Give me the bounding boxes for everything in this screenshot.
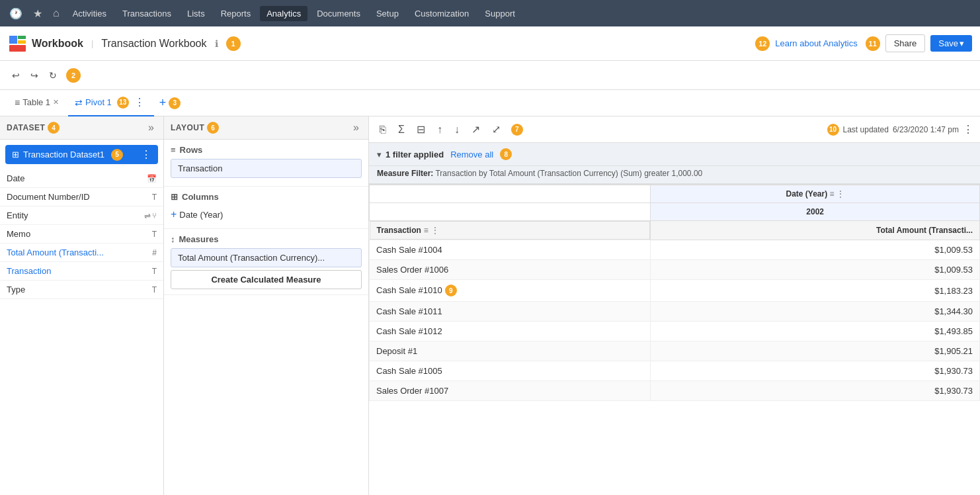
dataset-badge-5: 5 <box>111 149 123 161</box>
history-icon-btn[interactable]: 🕐 <box>5 5 26 22</box>
data-tool-filter[interactable]: ⊟ <box>413 120 429 138</box>
tab-badge-13: 13 <box>117 97 129 109</box>
learn-analytics-link[interactable]: Learn about Analytics <box>775 38 857 48</box>
transaction-cell: Cash Sale #10109 <box>370 280 651 302</box>
field-type[interactable]: Type T <box>0 281 163 299</box>
add-tab-button[interactable]: + 3 <box>157 93 184 112</box>
add-badge-3: 3 <box>169 97 181 109</box>
share-button[interactable]: Share <box>885 34 926 52</box>
field-type-name: Type <box>7 285 147 294</box>
tab-pivot1-label: Pivot 1 <box>85 97 112 107</box>
field-date[interactable]: Date 📅 <box>0 169 163 188</box>
nav-support[interactable]: Support <box>478 6 522 21</box>
measure-filter-label: Measure Filter: <box>377 169 433 178</box>
header-badge-1: 1 <box>226 36 241 51</box>
field-document-number[interactable]: Document Number/ID T <box>0 188 163 206</box>
field-document-number-type-icon: T <box>152 193 157 202</box>
column-add-icon: + <box>171 208 177 220</box>
nav-lists[interactable]: Lists <box>181 6 212 21</box>
pivot-icon: ⇄ <box>75 97 83 108</box>
dataset-label: DATASET <box>7 123 45 132</box>
save-button[interactable]: Save ▾ <box>930 35 972 52</box>
last-updated-label: Last updated <box>843 125 889 134</box>
field-total-amount[interactable]: Total Amount (Transacti... # <box>0 244 163 262</box>
field-entity[interactable]: Entity ⇌ ⑂ <box>0 206 163 225</box>
tab-pivot1[interactable]: ⇄ Pivot 1 13 ⋮ <box>68 89 154 116</box>
field-memo-name: Memo <box>7 229 147 239</box>
data-tool-expand[interactable]: ⤢ <box>488 120 505 138</box>
tab-table1-close[interactable]: ✕ <box>53 98 59 107</box>
tab-table1[interactable]: ≡ Table 1 ✕ <box>8 93 65 113</box>
nav-transactions[interactable]: Transactions <box>116 6 178 21</box>
nav-customization[interactable]: Customization <box>408 6 475 21</box>
layout-measure-item[interactable]: Total Amount (Transaction Currency)... <box>171 248 362 267</box>
layout-measures-header: ↕ Measures <box>171 234 362 244</box>
dataset-panel-header: DATASET 4 » <box>0 116 163 140</box>
column-date-label: Date (Year) <box>179 210 223 220</box>
data-tool-chart[interactable]: ↗ <box>468 120 484 138</box>
table-row: Sales Order #1007$1,930.73 <box>370 381 980 401</box>
info-icon[interactable]: ℹ <box>215 38 218 49</box>
tabs-row: ≡ Table 1 ✕ ⇄ Pivot 1 13 ⋮ + 3 <box>0 90 980 116</box>
redo-button[interactable]: ↪ <box>26 68 42 83</box>
tab-more-options[interactable]: ⋮ <box>132 93 147 111</box>
transaction-header-menu-icon[interactable]: ≡ <box>424 226 429 235</box>
transaction-cell: Sales Order #1006 <box>370 260 651 280</box>
measure-filter-detail-text: Transaction by Total Amount (Transaction… <box>435 169 702 178</box>
field-list: Date 📅 Document Number/ID T Entity ⇌ ⑂ M… <box>0 169 163 495</box>
svg-rect-0 <box>9 36 17 44</box>
filter-chevron-icon[interactable]: ▾ <box>377 150 382 159</box>
data-panel-more-options[interactable]: ⋮ <box>963 123 973 136</box>
nav-analytics[interactable]: Analytics <box>260 6 307 21</box>
transaction-column-header: Transaction ≡ ⋮ <box>370 221 651 240</box>
field-memo[interactable]: Memo T <box>0 225 163 244</box>
home-icon-btn[interactable]: ⌂ <box>49 5 63 22</box>
header-bar: Workbook | Transaction Workbook ℹ 1 12 L… <box>0 26 980 61</box>
table-row: Cash Sale #1011$1,344.30 <box>370 302 980 322</box>
table-row: Cash Sale #1004$1,009.53 <box>370 240 980 260</box>
nav-documents[interactable]: Documents <box>310 6 367 21</box>
remove-all-link[interactable]: Remove all <box>450 150 493 159</box>
dataset-collapse-button[interactable]: » <box>145 122 157 134</box>
amount-cell: $1,009.53 <box>651 240 980 260</box>
amount-cell: $1,009.53 <box>651 260 980 280</box>
entity-merge-icon: ⇌ <box>144 211 151 220</box>
dataset-chip[interactable]: ⊞ Transaction Dataset1 5 ⋮ <box>5 145 158 164</box>
favorites-icon-btn[interactable]: ★ <box>29 5 46 22</box>
table-row: Deposit #1$1,905.21 <box>370 341 980 361</box>
dataset-more-icon[interactable]: ⋮ <box>141 148 151 161</box>
field-document-number-name: Document Number/ID <box>7 192 147 202</box>
amount-cell: $1,183.23 <box>651 280 980 302</box>
date-year-header-text: Date (Year) <box>786 189 827 199</box>
rows-label: Rows <box>180 145 203 155</box>
workbook-logo <box>8 34 26 53</box>
amount-cell: $1,344.30 <box>651 302 980 322</box>
main-content: DATASET 4 » ⊞ Transaction Dataset1 5 ⋮ D… <box>0 116 980 495</box>
layout-panel: LAYOUT 6 » ≡ Rows Transaction ⊞ Columns … <box>164 116 369 495</box>
field-type-type-icon: T <box>152 285 157 294</box>
field-transaction[interactable]: Transaction T <box>0 262 163 281</box>
field-total-amount-name: Total Amount (Transacti... <box>7 248 147 257</box>
data-tool-sum[interactable]: Σ <box>394 121 409 138</box>
nav-setup[interactable]: Setup <box>370 6 405 21</box>
date-year-more-icon[interactable]: ⋮ <box>837 189 844 199</box>
nav-activities[interactable]: Activities <box>66 6 113 21</box>
date-year-menu-icon[interactable]: ≡ <box>830 189 835 199</box>
data-tool-sort-asc[interactable]: ↑ <box>433 121 446 138</box>
data-tool-sort-desc[interactable]: ↓ <box>450 121 464 138</box>
layout-collapse-button[interactable]: » <box>350 122 362 134</box>
transaction-header-more-icon[interactable]: ⋮ <box>431 226 439 235</box>
filter-count: 1 filter applied <box>386 150 444 159</box>
layout-column-date[interactable]: + Date (Year) <box>171 206 362 223</box>
undo-button[interactable]: ↩ <box>8 68 24 83</box>
nav-reports[interactable]: Reports <box>214 6 258 21</box>
create-measure-button[interactable]: Create Calculated Measure <box>171 270 362 289</box>
layout-row-transaction[interactable]: Transaction <box>171 159 362 178</box>
refresh-button[interactable]: ↻ <box>45 68 61 83</box>
data-tool-copy[interactable]: ⎘ <box>376 121 390 138</box>
amount-cell: $1,905.21 <box>651 341 980 361</box>
field-transaction-name: Transaction <box>7 266 147 276</box>
svg-rect-1 <box>18 36 26 39</box>
layout-columns-header: ⊞ Columns <box>171 192 362 202</box>
filter-detail: Measure Filter: Transaction by Total Amo… <box>369 166 980 184</box>
